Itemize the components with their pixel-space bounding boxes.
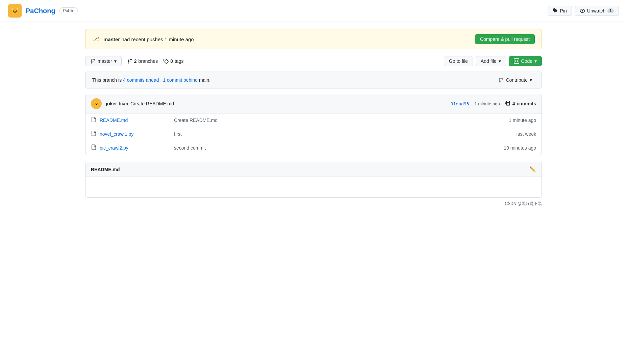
repo-avatar: 🐱 — [8, 4, 22, 18]
toolbar-left: master ▾ 2 branches 0 tags — [85, 56, 183, 66]
contribute-label: Contribute — [506, 77, 528, 83]
toolbar: master ▾ 2 branches 0 tags Go to file Ad… — [85, 56, 542, 66]
push-notification-text: master had recent pushes 1 minute ago — [103, 36, 194, 42]
push-branch-name: master — [103, 36, 120, 42]
unwatch-button[interactable]: Unwatch 1 — [575, 6, 619, 16]
readme-section: README.md ✏️ — [85, 162, 542, 198]
add-file-chevron: ▾ — [499, 58, 501, 64]
commit-hash[interactable]: 91ead93 — [451, 101, 469, 106]
branches-icon — [127, 58, 132, 64]
history-icon — [505, 101, 511, 106]
file-icon — [91, 145, 96, 151]
commits-info-after: main. — [199, 77, 210, 83]
readme-header: README.md ✏️ — [85, 162, 542, 177]
eye-icon — [580, 8, 585, 14]
commits-info-text: This branch is 4 commits ahead , 1 commi… — [92, 77, 210, 83]
commit-meta: 91ead93 1 minute ago 4 commits — [451, 101, 536, 106]
push-notification-suffix: had recent pushes 1 minute ago — [121, 36, 194, 42]
branches-link[interactable]: 2 branches — [127, 58, 158, 64]
branch-push-icon: ⎇ — [92, 35, 99, 43]
pin-icon — [553, 8, 558, 14]
file-commit-msg-pic: second commit — [174, 145, 489, 151]
pin-button[interactable]: Pin — [548, 6, 572, 16]
readme-title: README.md — [91, 167, 120, 172]
file-time-pic: 19 minutes ago — [489, 145, 536, 151]
branch-name: master — [98, 58, 112, 64]
commits-info-bar: This branch is 4 commits ahead , 1 commi… — [85, 72, 542, 88]
footer-note: CSDN @黑洞是不黑 — [85, 198, 542, 210]
commits-count-link[interactable]: 4 commits — [505, 101, 536, 106]
go-to-file-button[interactable]: Go to file — [444, 56, 473, 66]
commit-author[interactable]: joker-bian — [106, 101, 128, 106]
tags-label: tags — [175, 58, 183, 64]
file-table-header: 🐱 joker-bian Create README.md 91ead93 1 … — [85, 94, 542, 113]
footer-text: CSDN @黑洞是不黑 — [505, 201, 542, 206]
commit-message: Create README.md — [130, 101, 174, 106]
contribute-chevron: ▾ — [530, 77, 532, 83]
file-name-readme[interactable]: README.md — [100, 118, 174, 123]
tag-icon — [163, 58, 169, 64]
code-chevron: ▾ — [534, 58, 537, 64]
branches-count: 2 — [134, 58, 137, 64]
file-table: 🐱 joker-bian Create README.md 91ead93 1 … — [85, 94, 542, 155]
compare-pull-request-button[interactable]: Compare & pull request — [475, 34, 535, 44]
file-name-novel[interactable]: novel_crawl1.py — [100, 131, 174, 137]
commits-count: 4 — [512, 101, 515, 106]
file-icon — [91, 117, 96, 124]
add-file-label: Add file — [481, 58, 497, 64]
commits-ahead-link[interactable]: 4 commits ahead — [123, 77, 159, 83]
commits-label: commits — [517, 101, 536, 106]
add-file-button[interactable]: Add file ▾ — [476, 56, 506, 66]
contribute-button[interactable]: Contribute ▾ — [496, 76, 535, 84]
contribute-icon — [498, 77, 504, 83]
top-bar-right: Pin Unwatch 1 — [548, 6, 619, 16]
edit-readme-button[interactable]: ✏️ — [529, 166, 536, 173]
branches-label: branches — [139, 58, 158, 64]
unwatch-count: 1 — [607, 8, 614, 13]
file-row: pic_crawl2.py second commit 19 minutes a… — [85, 141, 542, 155]
push-notification: ⎇ master had recent pushes 1 minute ago … — [85, 29, 542, 49]
unwatch-label: Unwatch — [587, 8, 605, 14]
top-bar-left: 🐱 PaChong Public — [8, 4, 78, 18]
branch-selector[interactable]: master ▾ — [85, 56, 122, 66]
tags-link[interactable]: 0 tags — [163, 58, 183, 64]
code-label: Code — [521, 58, 532, 64]
visibility-badge: Public — [59, 7, 78, 14]
file-row: novel_crawl1.py first last week — [85, 127, 542, 141]
toolbar-right: Go to file Add file ▾ Code ▾ — [444, 56, 542, 66]
branch-selector-icon — [90, 58, 96, 64]
main-content: ⎇ master had recent pushes 1 minute ago … — [77, 22, 550, 217]
commit-author-avatar: 🐱 — [91, 98, 102, 109]
file-icon — [91, 131, 96, 137]
file-row: README.md Create README.md 1 minute ago — [85, 113, 542, 127]
file-commit-msg-readme: Create README.md — [174, 118, 489, 123]
code-icon — [514, 58, 519, 64]
push-notification-left: ⎇ master had recent pushes 1 minute ago — [92, 35, 194, 43]
pin-label: Pin — [560, 8, 567, 14]
code-button[interactable]: Code ▾ — [509, 56, 542, 66]
commits-behind-link[interactable]: 1 commit behind — [163, 77, 198, 83]
file-time-novel: last week — [489, 131, 536, 137]
branch-chevron: ▾ — [114, 58, 117, 64]
file-commit-msg-novel: first — [174, 131, 489, 137]
commits-info-before: This branch is — [92, 77, 123, 83]
commit-info: joker-bian Create README.md — [106, 101, 447, 106]
top-bar: 🐱 PaChong Public Pin Unwatch 1 — [0, 0, 627, 22]
file-name-pic[interactable]: pic_crawl2.py — [100, 145, 174, 151]
tags-count: 0 — [170, 58, 173, 64]
readme-content — [85, 177, 542, 197]
commit-time: 1 minute ago — [474, 101, 500, 106]
repo-name[interactable]: PaChong — [26, 7, 55, 15]
file-time-readme: 1 minute ago — [489, 118, 536, 123]
